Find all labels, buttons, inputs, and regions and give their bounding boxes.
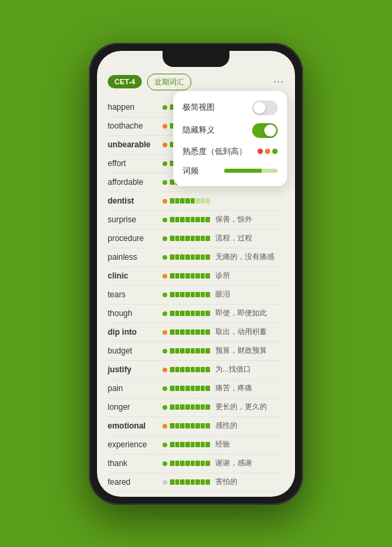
progress-segment [195,423,200,428]
progress-bar [170,254,210,260]
word-row[interactable]: emotional感性的 [108,417,284,436]
progress-segment [185,404,190,410]
progress-segment [201,292,205,297]
word-text: experience [108,440,163,449]
progress-segment [170,217,175,222]
progress-segment [170,273,175,279]
recent-tag[interactable]: 近期词汇 [147,74,191,90]
progress-segment [185,479,190,485]
minimal-view-label: 极简视图 [183,102,215,113]
word-row[interactable]: though即使，即便如此 [108,305,284,323]
progress-segment [180,311,185,316]
progress-segment [170,479,175,485]
progress-segment [175,461,180,466]
word-row[interactable]: experience经验 [108,436,284,455]
progress-segment [185,273,190,279]
progress-segment [175,442,180,447]
word-row[interactable]: painless无痛的，没有痛感 [108,248,284,267]
word-text: though [108,309,163,318]
mastery-dot [163,368,167,372]
cet4-tag[interactable]: CET-4 [108,75,142,88]
progress-segment [195,348,200,354]
progress-segment [185,367,190,372]
progress-segment [170,198,175,204]
progress-segment [201,367,205,372]
word-row[interactable]: dip into取出，动用积蓄 [108,323,284,342]
hide-meaning-label: 隐藏释义 [183,125,215,136]
progress-segment [185,442,190,447]
word-text: dip into [108,327,163,337]
progress-segment [191,348,195,354]
progress-segment [205,479,210,485]
progress-segment [205,198,210,204]
word-row[interactable]: longer更长的，更久的 [108,398,284,417]
progress-segment [170,404,175,410]
progress-segment [195,273,200,279]
progress-segment [195,386,200,391]
progress-segment [205,311,210,316]
word-translation: 即使，即便如此 [215,309,284,318]
word-row[interactable]: thank谢谢，感谢 [108,455,284,473]
mastery-dot [163,161,167,166]
settings-popup: 极简视图 隐藏释义 熟悉度（低到高） [173,91,287,186]
hide-meaning-toggle[interactable] [252,123,278,138]
progress-segment [205,367,210,372]
progress-segment [191,254,195,260]
word-row[interactable]: dentist [108,192,284,211]
progress-segment [170,348,175,354]
progress-segment [191,423,195,428]
progress-segment [180,217,185,222]
progress-segment [201,254,205,260]
word-translation: 无痛的，没有痛感 [215,252,284,262]
minimal-view-toggle[interactable] [252,100,278,115]
progress-segment [175,198,180,204]
word-translation: 害怕的 [215,477,284,487]
word-row[interactable]: procedure流程，过程 [108,230,284,248]
word-row[interactable]: feared害怕的 [108,473,284,492]
mastery-dot [163,349,167,354]
progress-segment [175,236,180,241]
progress-segment [205,404,210,410]
word-text: toothache [108,121,163,131]
word-row[interactable]: pain痛苦，疼痛 [108,380,284,398]
progress-segment [175,423,180,428]
more-options-icon[interactable]: ··· [274,76,284,88]
progress-segment [180,292,185,297]
progress-segment [175,404,180,410]
mastery-dot [163,236,167,241]
mastery-dot [163,255,167,260]
word-text: feared [108,477,163,487]
progress-bar [170,273,210,279]
progress-segment [175,329,180,335]
progress-segment [205,292,210,297]
progress-segment [205,348,210,354]
word-text: unbearable [108,140,163,149]
word-row[interactable]: surprise保善，惊外 [108,211,284,230]
word-text: surprise [108,215,163,224]
familiarity-dots [258,149,278,154]
word-row[interactable]: clinic诊所 [108,267,284,286]
mastery-dot [163,143,167,147]
progress-segment [195,217,200,222]
progress-segment [180,254,185,260]
progress-segment [205,423,210,428]
progress-segment [205,273,210,279]
progress-segment [195,311,200,316]
phone-screen: CET-4 近期词汇 ··· happentoothacheunbearable… [97,51,295,497]
progress-segment [180,198,185,204]
word-text: happier [108,496,163,497]
progress-segment [175,367,180,372]
progress-segment [170,311,175,316]
word-row[interactable]: happier更高兴的，更开心的 [108,492,284,497]
word-text: budget [108,346,163,356]
mastery-dot [163,386,167,391]
progress-bar [170,479,210,485]
mastery-dot [163,124,167,129]
word-row[interactable]: tears眼泪 [108,286,284,305]
word-row[interactable]: justify为...找借口 [108,361,284,380]
frequency-bar [224,169,278,173]
progress-segment [170,423,175,428]
progress-segment [180,442,185,447]
word-row[interactable]: budget预算，财政预算 [108,342,284,361]
progress-segment [201,198,205,204]
